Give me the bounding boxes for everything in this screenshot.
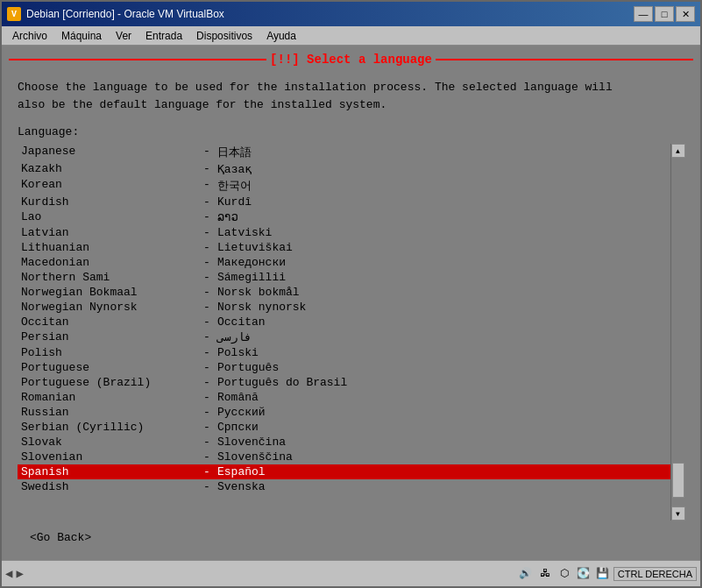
list-item[interactable]: Swedish - Svenska [18,479,670,494]
list-container: Japanese - 日本語Kazakh - ҚазақKorean - 한국어… [18,144,684,521]
list-item[interactable]: Lao - ລາວ [18,209,670,225]
list-item[interactable]: Persian - فارسی [18,329,670,345]
status-bar: ◀ ▶ 🔊 🖧 ⬡ 💽 💾 CTRL DERECHA [2,560,700,586]
list-item[interactable]: Japanese - 日本語 [18,144,670,161]
title-bar-buttons: — □ ✕ [634,6,695,22]
scrollbar-thumb[interactable] [672,463,684,498]
audio-icon[interactable]: 🔊 [517,565,535,583]
maximize-button[interactable]: □ [655,6,674,22]
list-item[interactable]: Macedonian - Македонски [18,255,670,270]
app-icon: V [7,7,21,21]
list-item[interactable]: Norwegian Bokmaal - Norsk bokmål [18,285,670,300]
menu-item-máquina[interactable]: Máquina [54,28,109,44]
usb-icon[interactable]: ⬡ [556,565,573,583]
list-item[interactable]: Slovak - Slovenčina [18,435,670,450]
title-line-right [436,59,693,60]
list-item[interactable]: Russian - Русский [18,405,670,420]
list-item[interactable]: Northern Sami - Sámegillii [18,270,670,285]
dialog-title-text: [!!] Select a language [270,53,432,67]
description-text: Choose the language to be used for the i… [18,79,684,113]
main-window: V Debian [Corriendo] - Oracle VM Virtual… [0,0,702,588]
menu-item-entrada[interactable]: Entrada [138,28,189,44]
dialog-title-bar: [!!] Select a language [9,53,693,67]
list-item[interactable]: Polish - Polski [18,345,670,360]
status-icons: 🔊 🖧 ⬡ 💽 💾 CTRL DERECHA [517,565,697,583]
scrollbar-track[interactable] [671,158,684,507]
disk-icon[interactable]: 💽 [575,565,592,583]
menu-item-dispositivos[interactable]: Dispositivos [189,28,259,44]
list-item[interactable]: Kurdish - Kurdî [18,195,670,209]
installer-dialog: [!!] Select a language Choose the langua… [2,46,700,560]
vm-area: [!!] Select a language Choose the langua… [2,46,700,560]
list-item[interactable]: Romanian - Română [18,390,670,405]
title-bar: V Debian [Corriendo] - Oracle VM Virtual… [2,2,700,26]
list-item[interactable]: Occitan - Occitan [18,315,670,329]
scroll-up-button[interactable]: ▲ [671,144,685,158]
list-item[interactable]: Norwegian Nynorsk - Norsk nynorsk [18,300,670,315]
bottom-buttons: <Go Back> [18,521,684,549]
list-item[interactable]: Spanish - Español [18,464,670,479]
list-item[interactable]: Portuguese - Português [18,360,670,375]
ctrl-indicator: CTRL DERECHA [613,567,697,581]
minimize-button[interactable]: — [634,6,653,22]
scrollbar[interactable]: ▲ ▼ [670,144,684,521]
menu-bar: ArchivoMáquinaVerEntradaDispositivosAyud… [2,26,700,46]
list-item[interactable]: Slovenian - Slovenščina [18,450,670,464]
menu-item-archivo[interactable]: Archivo [5,28,54,44]
list-item[interactable]: Lithuanian - Lietuviškai [18,240,670,255]
window-title: Debian [Corriendo] - Oracle VM VirtualBo… [26,8,224,20]
go-back-button[interactable]: <Go Back> [26,529,95,546]
scroll-down-button[interactable]: ▼ [671,507,685,521]
title-bar-left: V Debian [Corriendo] - Oracle VM Virtual… [7,7,224,21]
list-item[interactable]: Korean - 한국어 [18,177,670,195]
list-item[interactable]: Serbian (Cyrillic) - Српски [18,420,670,435]
list-item[interactable]: Kazakh - Қазақ [18,161,670,177]
disk2-icon[interactable]: 💾 [594,565,612,583]
menu-item-ayuda[interactable]: Ayuda [259,28,303,44]
language-label: Language: [18,125,684,138]
list-item[interactable]: Latvian - Latviski [18,225,670,240]
title-line-left [9,59,266,60]
list-item[interactable]: Portuguese (Brazil) - Português do Brasi… [18,375,670,390]
language-list[interactable]: Japanese - 日本語Kazakh - ҚазақKorean - 한국어… [18,144,670,521]
network-icon[interactable]: 🖧 [536,565,554,583]
dialog-body: Choose the language to be used for the i… [9,75,693,553]
close-button[interactable]: ✕ [676,6,695,22]
status-left-arrow[interactable]: ◀ [5,566,12,581]
status-right-arrow[interactable]: ▶ [16,566,23,581]
menu-item-ver[interactable]: Ver [109,28,138,44]
